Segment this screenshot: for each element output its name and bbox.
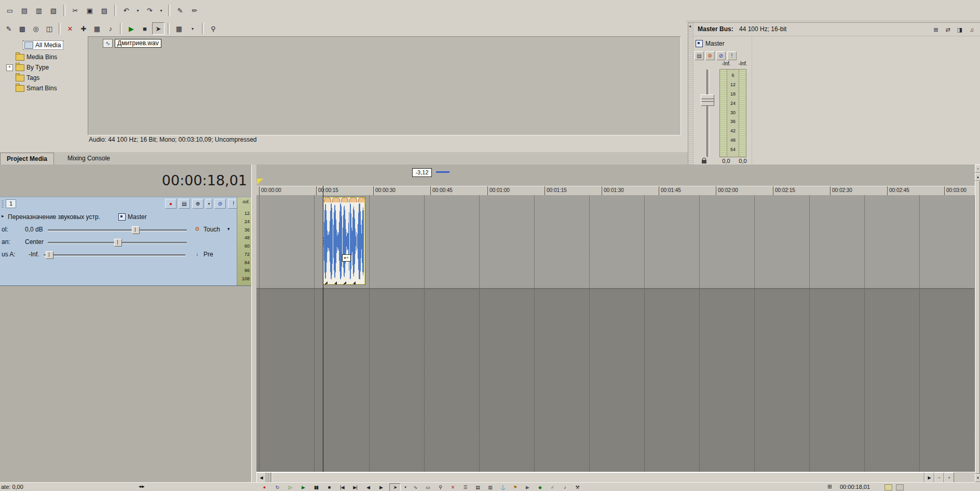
insert-fx-button[interactable]: ⊕ bbox=[192, 199, 203, 209]
arm-record-button[interactable]: ● bbox=[165, 199, 176, 209]
volume-slider[interactable] bbox=[48, 229, 187, 231]
track-grip[interactable] bbox=[2, 200, 4, 208]
scrollbar-splitter[interactable] bbox=[266, 472, 271, 483]
timeline-area[interactable]: -3,12 00:00:0000:00:1500:00:3000:00:4500… bbox=[256, 165, 975, 482]
preview-stop-button[interactable]: ■ bbox=[139, 22, 151, 35]
play-from-start-button[interactable]: ▷ bbox=[284, 483, 296, 491]
marker-bar[interactable]: -3,12 bbox=[256, 165, 975, 186]
bus-send-value[interactable]: -Inf. bbox=[29, 251, 39, 258]
next-frame-button[interactable]: ▶ bbox=[375, 483, 387, 491]
copy-button[interactable]: ▣ bbox=[83, 4, 97, 17]
midi-indicator-icon[interactable] bbox=[896, 484, 904, 490]
output-bus-label[interactable]: Master bbox=[128, 213, 147, 221]
delete-button[interactable]: ✕ bbox=[447, 483, 458, 491]
scroll-up-button[interactable]: ▲ bbox=[975, 173, 980, 181]
open-project-button[interactable]: ▤ bbox=[18, 4, 31, 17]
preview-play-button[interactable]: ▶ bbox=[125, 22, 138, 35]
media-file-item[interactable]: ∿ Дмитриев.wav bbox=[103, 39, 161, 48]
master-fader-handle[interactable] bbox=[701, 94, 714, 106]
mute-button[interactable]: ⊘ bbox=[214, 199, 226, 209]
get-media-web-button[interactable]: ◫ bbox=[43, 22, 56, 35]
mute-button[interactable]: ⊘ bbox=[716, 51, 726, 60]
undo-dropdown[interactable]: ▾ bbox=[134, 4, 142, 17]
bus-fx-button[interactable]: ⚙ bbox=[705, 51, 715, 60]
envelope-edit-tool-button[interactable]: ✏ bbox=[188, 4, 201, 17]
go-to-start-button[interactable]: |◀ bbox=[336, 483, 348, 491]
track-meter[interactable]: -Inf. 1224364860728496108 bbox=[237, 197, 251, 285]
play-button[interactable]: ▶ bbox=[297, 483, 309, 491]
audio-event[interactable]: ▸+ bbox=[323, 197, 365, 285]
normal-edit-tool-button[interactable]: ✎ bbox=[173, 4, 187, 17]
sidebar-item-media-bins[interactable]: Media Bins bbox=[16, 52, 57, 62]
script-button[interactable]: ⚒ bbox=[571, 483, 583, 491]
trim-button[interactable]: ☰ bbox=[459, 483, 471, 491]
rate-spinner[interactable]: ◂◂▸ bbox=[139, 484, 144, 489]
redo-button[interactable]: ↷ bbox=[143, 4, 156, 17]
vertical-scroll-thumb[interactable] bbox=[975, 181, 980, 474]
redo-dropdown[interactable]: ▾ bbox=[157, 4, 165, 17]
volume-value[interactable]: 0,0 dB bbox=[25, 226, 43, 233]
master-meter[interactable]: 61218243036424854 bbox=[719, 69, 746, 157]
event-fade-handle[interactable] bbox=[358, 197, 365, 202]
marker-flag-icon[interactable] bbox=[257, 179, 263, 185]
import-media-button[interactable]: ✎ bbox=[3, 22, 15, 35]
save-project-button[interactable]: ▥ bbox=[32, 4, 46, 17]
split-button[interactable]: ▤ bbox=[472, 483, 483, 491]
edit-tool-dropdown[interactable]: ▾ bbox=[402, 483, 409, 491]
volume-slider-handle[interactable] bbox=[132, 226, 140, 234]
cursor-timecode-readout[interactable]: 00:00:18,01 bbox=[840, 484, 870, 490]
bus-send-slider-handle[interactable] bbox=[46, 251, 53, 259]
undo-button[interactable]: ↶ bbox=[119, 4, 133, 17]
lock-event-button[interactable]: ⚓ bbox=[497, 483, 508, 491]
edit-cursor[interactable] bbox=[323, 186, 323, 472]
scroll-down-button[interactable]: ▼ bbox=[975, 474, 980, 482]
remove-media-button[interactable]: ✕ bbox=[64, 22, 76, 35]
record-button[interactable]: ● bbox=[258, 483, 270, 491]
envelope-tool-button[interactable]: ∿ bbox=[410, 483, 421, 491]
zoom-tool-button[interactable]: ⚲ bbox=[434, 483, 446, 491]
zoom-in-button[interactable]: + bbox=[944, 472, 954, 483]
metronome-button[interactable]: ♪ bbox=[559, 483, 570, 491]
envelope-edit-button[interactable]: ◆ bbox=[534, 483, 546, 491]
audio-track-lane[interactable]: ▸+ bbox=[256, 195, 975, 289]
horizontal-scroll-thumb[interactable] bbox=[271, 472, 924, 483]
mixer-view-button[interactable]: ◨ bbox=[955, 24, 965, 35]
pre-fader-icon[interactable]: ↓ bbox=[196, 251, 199, 257]
scroll-right-button[interactable]: ▶ bbox=[924, 472, 934, 483]
event-fade-handle[interactable] bbox=[341, 197, 348, 202]
event-fade-handle[interactable] bbox=[332, 197, 339, 202]
sidebar-item-smart-bins[interactable]: Smart Bins bbox=[16, 84, 57, 93]
media-file-label[interactable]: Дмитриев.wav bbox=[115, 39, 161, 48]
insert-fx-dropdown[interactable]: ▾ bbox=[206, 199, 212, 209]
device-reroute-label[interactable]: Переназначение звуковых устр. bbox=[8, 213, 100, 221]
timeline-options-button[interactable]: ▪ bbox=[975, 165, 980, 173]
pan-slider-handle[interactable] bbox=[114, 239, 122, 247]
pause-button[interactable]: ▮▮ bbox=[310, 483, 322, 491]
meter-hold-lock-icon[interactable] bbox=[702, 160, 706, 163]
downmix-output-button[interactable]: ♫ bbox=[967, 24, 977, 35]
expand-icon[interactable]: + bbox=[6, 64, 13, 71]
selection-tool-button[interactable]: ▭ bbox=[422, 483, 433, 491]
collapse-panel-icon[interactable]: ◂ bbox=[689, 24, 691, 29]
loop-playback-button[interactable]: ↻ bbox=[271, 483, 283, 491]
tab-mixing-console[interactable]: Mixing Console bbox=[61, 153, 116, 164]
new-project-button[interactable]: ▭ bbox=[3, 4, 17, 17]
io-routing-button[interactable]: ⇄ bbox=[943, 24, 953, 35]
auto-ripple-button[interactable]: ▶ bbox=[522, 483, 533, 491]
go-to-end-button[interactable]: ▶| bbox=[349, 483, 361, 491]
rate-readout[interactable]: ate: 0,00 bbox=[1, 484, 23, 490]
media-properties-button[interactable]: ✚ bbox=[77, 22, 90, 35]
search-media-button[interactable]: ⚲ bbox=[207, 22, 220, 35]
zoom-out-button[interactable]: − bbox=[934, 472, 944, 483]
edit-tool-button[interactable]: ➤ bbox=[389, 483, 401, 491]
pan-value[interactable]: Center bbox=[25, 238, 44, 246]
automation-gear-icon[interactable]: ⚙ bbox=[195, 226, 200, 233]
bus-send-slider[interactable] bbox=[44, 254, 185, 256]
vertical-scrollbar[interactable]: ▪ ▲ ▼ bbox=[975, 165, 980, 482]
master-fader-track[interactable] bbox=[706, 70, 709, 157]
track-meter-button[interactable]: ▤ bbox=[179, 199, 190, 209]
scroll-left-button[interactable]: ◀ bbox=[256, 472, 266, 483]
media-bin-button[interactable]: ♪ bbox=[104, 22, 117, 35]
sidebar-item-all-media[interactable]: All Media bbox=[23, 40, 63, 50]
extract-audio-cd-button[interactable]: ◎ bbox=[30, 22, 42, 35]
